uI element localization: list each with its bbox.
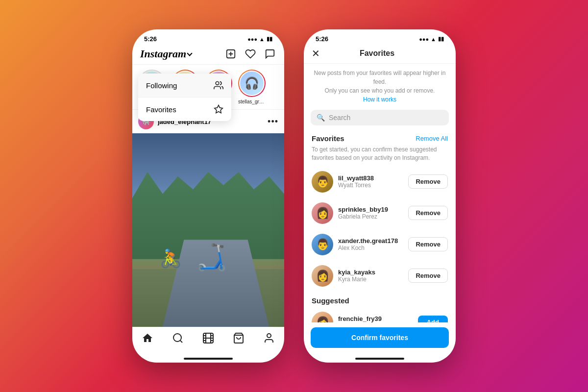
svg-point-5 — [173, 334, 181, 342]
realname-sprinkles: Gabriela Perez — [338, 213, 403, 220]
user-avatar-frenchie: 👩 — [312, 312, 333, 322]
nav-shop-button[interactable] — [233, 332, 245, 347]
scene-scooter-person: 🛴 — [196, 243, 228, 272]
star-icon — [214, 104, 223, 114]
add-button-frenchie[interactable]: Add — [418, 316, 448, 322]
username-kyia: kyia_kayaks — [338, 269, 403, 276]
post-image: 🚴 🛴 — [132, 133, 284, 327]
list-item: 👨 lil_wyatt838 Wyatt Torres Remove — [304, 166, 456, 197]
time-display-1: 5:26 — [144, 35, 157, 43]
user-avatar-xander: 👨 — [312, 234, 333, 255]
username-frenchie: frenchie_fry39 — [338, 315, 413, 322]
username-sprinkles: sprinkles_bby19 — [338, 206, 403, 213]
home-indicator-2 — [304, 355, 456, 363]
svg-point-3 — [216, 82, 219, 85]
search-bar[interactable]: 🔍 Search — [311, 110, 449, 125]
username-lil-wyatt: lil_wyatt838 — [338, 174, 403, 182]
user-info-xander: xander.the.great178 Alex Koch — [338, 237, 403, 251]
status-bar-1: 5:26 ●●● ▲ ▮▮ — [132, 29, 284, 45]
messenger-icon[interactable] — [264, 48, 276, 60]
svg-line-6 — [180, 341, 182, 343]
following-menu-item[interactable]: Following — [138, 74, 231, 97]
status-icons-1: ●●● ▲ ▮▮ — [247, 36, 272, 42]
add-post-button[interactable] — [224, 48, 237, 60]
svg-marker-4 — [215, 105, 223, 113]
user-info-sprinkles: sprinkles_bby19 Gabriela Perez — [338, 206, 403, 220]
dropdown-chevron-icon[interactable] — [187, 50, 192, 56]
confirm-favorites-button[interactable]: Confirm favorites — [311, 327, 449, 348]
signal-icon-2: ●●● — [419, 36, 429, 42]
favorites-header: ✕ Favorites — [304, 45, 456, 64]
nav-home-button[interactable] — [142, 332, 153, 347]
phone-1: 5:26 ●●● ▲ ▮▮ Instagram — [132, 29, 284, 363]
favorites-section-header: Favorites Remove All — [304, 129, 456, 145]
favorites-menu-item[interactable]: Favorites — [138, 98, 231, 121]
remove-button-lil-wyatt[interactable]: Remove — [408, 174, 448, 189]
heart-icon[interactable] — [244, 48, 257, 60]
favorites-content[interactable]: Favorites Remove All To get started, you… — [304, 129, 456, 322]
following-icon — [214, 80, 223, 90]
post-more-button[interactable]: ••• — [268, 117, 278, 127]
list-item: 👩 kyia_kayaks Kyra Marie Remove — [304, 260, 456, 292]
favorites-section-title: Favorites — [312, 134, 344, 143]
remove-button-kyia[interactable]: Remove — [408, 269, 448, 283]
signal-icon: ●●● — [247, 36, 257, 42]
home-indicator-1 — [132, 355, 284, 363]
nav-search-button[interactable] — [172, 332, 184, 347]
wifi-icon-2: ▲ — [431, 36, 436, 42]
status-bar-2: 5:26 ●●● ▲ ▮▮ — [304, 29, 456, 45]
list-item: 👨 xander.the.great178 Alex Koch Remove — [304, 229, 456, 260]
instagram-header: Instagram — [132, 45, 284, 65]
svg-point-9 — [267, 334, 271, 338]
time-display-2: 5:26 — [316, 35, 328, 43]
wifi-icon: ▲ — [259, 36, 265, 42]
favorites-subtitle: New posts from your favorites will appea… — [304, 64, 456, 106]
suggested-section-title: Suggested — [312, 296, 349, 305]
favorites-section-desc: To get started, you can confirm these su… — [304, 145, 456, 166]
scene-cyclist: 🚴 — [160, 248, 182, 269]
user-info-lil-wyatt: lil_wyatt838 Wyatt Torres — [338, 174, 403, 189]
status-icons-2: ●●● ▲ ▮▮ — [419, 36, 444, 42]
remove-button-sprinkles[interactable]: Remove — [408, 206, 448, 220]
realname-kyia: Kyra Marie — [338, 276, 403, 283]
feed-filter-dropdown: Following Favorites — [138, 74, 231, 121]
close-button[interactable]: ✕ — [312, 49, 320, 58]
remove-button-xander[interactable]: Remove — [408, 237, 448, 251]
battery-icon: ▮▮ — [267, 36, 272, 42]
user-info-kyia: kyia_kayaks Kyra Marie — [338, 269, 403, 283]
user-avatar-sprinkles: 👩 — [312, 202, 333, 224]
search-placeholder-text: Search — [329, 114, 350, 122]
favorites-title: Favorites — [360, 49, 394, 58]
username-xander: xander.the.great178 — [338, 237, 403, 245]
realname-xander: Alex Koch — [338, 245, 403, 251]
bottom-nav — [132, 327, 284, 355]
header-icons — [224, 48, 276, 60]
user-info-frenchie: frenchie_fry39 Joseph Lyons — [338, 315, 413, 322]
remove-all-button[interactable]: Remove All — [416, 135, 448, 142]
list-item: 👩 sprinkles_bby19 Gabriela Perez Remove — [304, 197, 456, 229]
nav-reels-button[interactable] — [202, 332, 214, 347]
post-scene: 🚴 🛴 — [132, 133, 284, 327]
story-stellas-avatar: 🎧 — [238, 70, 266, 97]
search-magnifier-icon: 🔍 — [317, 114, 325, 122]
confirm-button-wrap: Confirm favorites — [304, 322, 456, 355]
battery-icon-2: ▮▮ — [438, 36, 444, 42]
realname-lil-wyatt: Wyatt Torres — [338, 182, 403, 189]
how-it-works-link[interactable]: How it works — [363, 96, 396, 103]
phone-2: 5:26 ●●● ▲ ▮▮ ✕ Favorites New posts from… — [304, 29, 456, 363]
user-avatar-lil-wyatt: 👨 — [312, 171, 333, 193]
nav-profile-button[interactable] — [263, 332, 275, 347]
suggested-section-header: Suggested — [304, 292, 456, 307]
story-stellas[interactable]: 🎧 stellas_gr0... — [238, 70, 266, 104]
user-avatar-kyia: 👩 — [312, 265, 333, 287]
instagram-logo[interactable]: Instagram — [140, 48, 192, 60]
list-item: 👩 frenchie_fry39 Joseph Lyons Add — [304, 307, 456, 322]
